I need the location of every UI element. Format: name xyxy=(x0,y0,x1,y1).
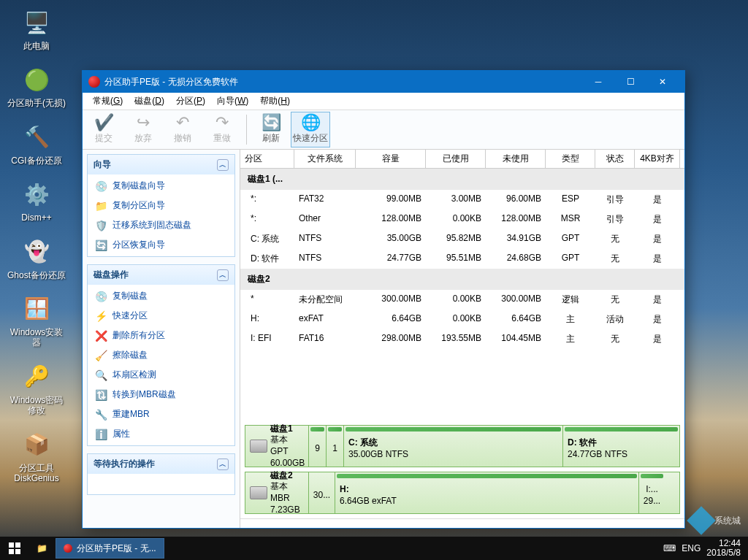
keyboard-icon[interactable]: ⌨ xyxy=(663,543,676,553)
tray[interactable]: ⌨ ENG 12:44 2018/5/8 xyxy=(656,539,748,558)
disk-diagram[interactable]: 磁盘2基本 MBR7.23GB30...H:6.64GB exFATI:...2… xyxy=(245,472,680,514)
partition-row[interactable]: D: 软件NTFS24.77GB95.51MB24.68GBGPT无是 xyxy=(240,249,684,269)
desktop-icon-glyph: 🔑 xyxy=(21,361,52,392)
menu-p[interactable]: 分区(P) xyxy=(170,93,211,109)
sidebar-item[interactable]: 🔧重建MBR xyxy=(88,404,234,424)
desktop-icon[interactable]: 🔨CGI备份还原 xyxy=(7,122,66,166)
partition-row[interactable]: C: 系统NTFS35.00GB95.82MB34.91GBGPT无是 xyxy=(240,229,684,249)
sidebar: 向导 ︿ 💿复制磁盘向导📁复制分区向导🛡️迁移系统到固态磁盘🔄分区恢复向导 磁盘… xyxy=(83,150,240,528)
disk-group-label[interactable]: 磁盘2 xyxy=(240,269,684,290)
menu-d[interactable]: 磁盘(D) xyxy=(129,93,170,109)
window-title: 分区助手PE版 - 无损分区免费软件 xyxy=(104,76,238,88)
disk-diagram[interactable]: 磁盘1基本 GPT60.00GB91C: 系统35.00GB NTFSD: 软件… xyxy=(245,425,680,467)
tool-放弃: ↪放弃 xyxy=(123,112,163,147)
partition-row[interactable]: I: EFIFAT16298.00MB193.55MB104.45MB主无是 xyxy=(240,329,684,349)
sidebar-item[interactable]: 🔃转换到MBR磁盘 xyxy=(88,385,234,404)
tool-快速分区[interactable]: 🌐快速分区 xyxy=(291,112,330,147)
menu-g[interactable]: 常规(G) xyxy=(87,93,129,109)
desktop-icon[interactable]: 📦分区工具DiskGenius xyxy=(7,429,66,484)
titlebar[interactable]: 分区助手PE版 - 无损分区免费软件 ─ ☐ ✕ xyxy=(83,71,684,93)
task-button[interactable]: 分区助手PE版 - 无... xyxy=(56,538,164,559)
sidebar-item[interactable]: ℹ️属性 xyxy=(88,424,234,444)
panel-pending-header[interactable]: 等待执行的操作 ︿ xyxy=(88,454,234,474)
desktop-icon[interactable]: 🖥️此电脑 xyxy=(7,7,66,51)
column-header[interactable]: 分区 xyxy=(240,150,294,168)
menu-h[interactable]: 帮助(H) xyxy=(254,93,296,109)
tool-icon: 🌐 xyxy=(301,115,321,131)
sidebar-item-label: 迁移系统到固态磁盘 xyxy=(112,219,191,231)
sidebar-item[interactable]: ⚡快速分区 xyxy=(88,306,234,326)
tool-icon: 🔄 xyxy=(262,115,281,131)
toolbar: ✔️提交↪放弃↶撤销↷重做🔄刷新🌐快速分区 xyxy=(83,110,684,150)
partition-block[interactable]: 30... xyxy=(308,472,335,513)
desktop-icon[interactable]: ⚙️Dism++ xyxy=(7,179,66,223)
sidebar-item-icon: 🔄 xyxy=(95,239,107,251)
column-header[interactable]: 容量 xyxy=(356,150,426,168)
desktop-icon[interactable]: 🟢分区助手(无损) xyxy=(7,64,66,108)
partition-row[interactable]: *未分配空间300.00MB0.00KB300.00MB逻辑无是 xyxy=(240,290,684,310)
column-header[interactable]: 已使用 xyxy=(426,150,486,168)
column-header[interactable]: 状态 xyxy=(595,150,635,168)
menu-w[interactable]: 向导(W) xyxy=(211,93,254,109)
partition-block[interactable]: 1 xyxy=(326,426,343,467)
sidebar-item[interactable]: ❌删除所有分区 xyxy=(88,326,234,345)
sidebar-item[interactable]: 📁复制分区向导 xyxy=(88,196,234,215)
desktop-icon[interactable]: 🔑Windows密码修改 xyxy=(7,361,66,416)
sidebar-item-label: 坏扇区检测 xyxy=(112,369,156,381)
disk-icon xyxy=(250,486,267,499)
collapse-icon[interactable]: ︿ xyxy=(217,459,229,470)
collapse-icon[interactable]: ︿ xyxy=(217,159,229,171)
tool-刷新[interactable]: 🔄刷新 xyxy=(251,112,291,147)
maximize-button[interactable]: ☐ xyxy=(614,71,646,93)
sidebar-item[interactable]: 🛡️迁移系统到固态磁盘 xyxy=(88,215,234,235)
sidebar-item[interactable]: 🔍坏扇区检测 xyxy=(88,365,234,385)
desktop-icon-label: Dism++ xyxy=(7,212,66,223)
sidebar-item-icon: ℹ️ xyxy=(95,429,107,440)
desktop-icon-glyph: 🖥️ xyxy=(21,7,52,38)
sidebar-item[interactable]: 💿复制磁盘向导 xyxy=(88,176,234,196)
minimize-button[interactable]: ─ xyxy=(582,71,614,93)
clock-date: 2018/5/8 xyxy=(706,548,741,558)
sidebar-item-icon: 🛡️ xyxy=(95,220,107,231)
lang-indicator[interactable]: ENG xyxy=(682,543,701,553)
sidebar-item-icon: ❌ xyxy=(95,330,107,342)
desktop-icon[interactable]: 🪟Windows安装器 xyxy=(7,294,66,348)
start-button[interactable] xyxy=(0,537,29,560)
panel-wizard-header[interactable]: 向导 ︿ xyxy=(88,155,234,174)
partition-block[interactable]: 9 xyxy=(308,426,326,467)
partition-row[interactable]: *:FAT3299.00MB3.00MB96.00MBESP引导是 xyxy=(240,190,684,210)
taskbar[interactable]: 📁 分区助手PE版 - 无... ⌨ ENG 12:44 2018/5/8 xyxy=(0,537,748,560)
app-icon xyxy=(64,544,72,553)
panel-pending: 等待执行的操作 ︿ xyxy=(87,453,235,495)
sidebar-item[interactable]: 🔄分区恢复向导 xyxy=(88,235,234,255)
sidebar-item-icon: 💿 xyxy=(95,180,107,192)
column-header[interactable]: 4KB对齐 xyxy=(635,150,680,168)
panel-diskops: 磁盘操作 ︿ 💿复制磁盘⚡快速分区❌删除所有分区🧹擦除磁盘🔍坏扇区检测🔃转换到M… xyxy=(87,264,235,446)
column-header[interactable]: 文件系统 xyxy=(294,150,356,168)
collapse-icon[interactable]: ︿ xyxy=(217,269,229,281)
partition-block[interactable]: H:6.64GB exFAT xyxy=(335,472,638,513)
partition-block[interactable]: I:...29... xyxy=(638,472,665,513)
partition-block[interactable]: C: 系统35.00GB NTFS xyxy=(343,426,562,467)
close-button[interactable]: ✕ xyxy=(646,71,679,93)
column-header[interactable]: 未使用 xyxy=(486,150,546,168)
tool-label: 放弃 xyxy=(134,132,152,145)
disk-icon xyxy=(250,440,267,453)
tool-label: 提交 xyxy=(95,132,112,145)
panel-diskops-header[interactable]: 磁盘操作 ︿ xyxy=(88,265,234,285)
sidebar-item-label: 复制磁盘向导 xyxy=(112,180,165,192)
file-explorer-icon[interactable]: 📁 xyxy=(29,543,54,553)
column-header[interactable]: 类型 xyxy=(546,150,595,168)
desktop-icon-label: CGI备份还原 xyxy=(7,156,66,166)
partition-block[interactable]: D: 软件24.77GB NTFS xyxy=(562,426,679,467)
partition-row[interactable]: H:exFAT6.64GB0.00KB6.64GB主活动是 xyxy=(240,310,684,329)
desktop-icon[interactable]: 👻Ghost备份还原 xyxy=(7,237,66,280)
sidebar-item[interactable]: 💿复制磁盘 xyxy=(88,286,234,306)
sidebar-item[interactable]: 🧹擦除磁盘 xyxy=(88,345,234,365)
disk-group-label[interactable]: 磁盘1 (... xyxy=(240,169,684,190)
diagram-area: 磁盘1基本 GPT60.00GB91C: 系统35.00GB NTFSD: 软件… xyxy=(240,421,684,518)
sidebar-item-icon: 🔍 xyxy=(95,369,107,381)
app-window: 分区助手PE版 - 无损分区免费软件 ─ ☐ ✕ 常规(G)磁盘(D)分区(P)… xyxy=(82,70,685,529)
usage-bar xyxy=(641,474,663,478)
partition-row[interactable]: *:Other128.00MB0.00KB128.00MBMSR引导是 xyxy=(240,210,684,229)
